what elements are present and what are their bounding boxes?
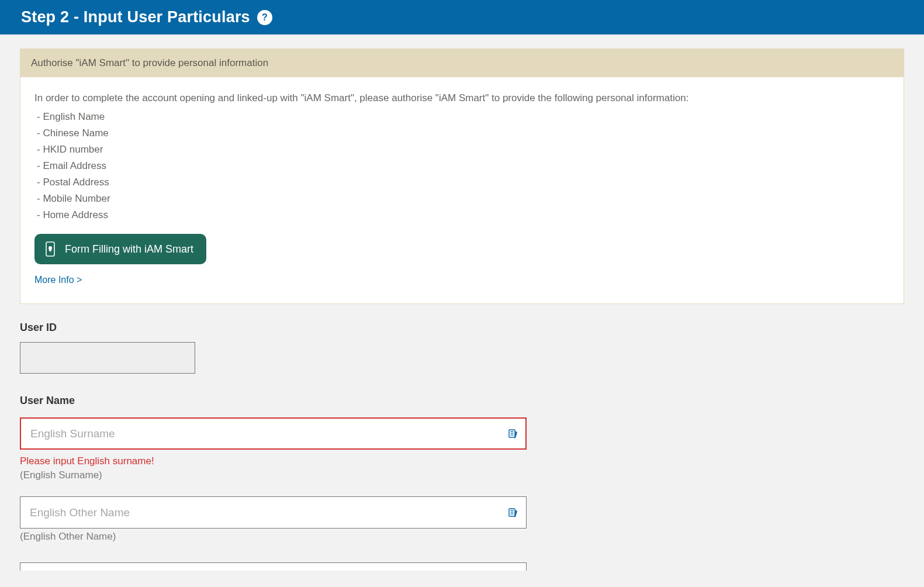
list-item: - Chinese Name	[34, 125, 890, 141]
authorise-list: - English Name - Chinese Name - HKID num…	[34, 109, 890, 223]
iam-button-label: Form Filling with iAM Smart	[65, 243, 193, 255]
iam-smart-button[interactable]: Form Filling with iAM Smart	[34, 234, 206, 264]
iam-smart-icon	[43, 241, 58, 257]
user-name-section: User Name Please input English surname! …	[20, 395, 904, 571]
list-item: - HKID number	[34, 141, 890, 158]
list-item: - English Name	[34, 109, 890, 125]
user-id-section: User ID	[20, 322, 904, 374]
more-info-link[interactable]: More Info >	[34, 272, 82, 288]
english-other-name-block: (English Other Name)	[20, 496, 904, 543]
english-surname-wrap	[20, 417, 527, 450]
english-surname-error: Please input English surname!	[20, 455, 904, 467]
step-title: Step 2 - Input User Particulars	[21, 8, 250, 26]
english-surname-hint: (English Surname)	[20, 469, 904, 481]
help-icon[interactable]: ?	[257, 10, 272, 25]
english-surname-block: Please input English surname! (English S…	[20, 417, 904, 481]
authorise-intro: In order to complete the account opening…	[34, 90, 890, 106]
list-item: - Postal Address	[34, 174, 890, 191]
content-area: Authorise "iAM Smart" to provide persona…	[0, 34, 924, 571]
english-other-name-hint: (English Other Name)	[20, 531, 904, 543]
step-header: Step 2 - Input User Particulars ?	[0, 0, 924, 34]
list-item: - Home Address	[34, 207, 890, 223]
english-surname-input[interactable]	[20, 417, 527, 450]
user-id-input	[20, 342, 195, 374]
authorise-panel: Authorise "iAM Smart" to provide persona…	[20, 49, 904, 304]
english-other-name-wrap	[20, 496, 527, 529]
user-name-label: User Name	[20, 395, 904, 407]
authorise-header: Authorise "iAM Smart" to provide persona…	[20, 49, 904, 77]
english-other-name-input[interactable]	[20, 496, 527, 529]
partial-next-input	[20, 562, 527, 571]
authorise-body: In order to complete the account opening…	[20, 77, 904, 303]
list-item: - Email Address	[34, 158, 890, 174]
list-item: - Mobile Number	[34, 191, 890, 207]
user-id-label: User ID	[20, 322, 904, 334]
